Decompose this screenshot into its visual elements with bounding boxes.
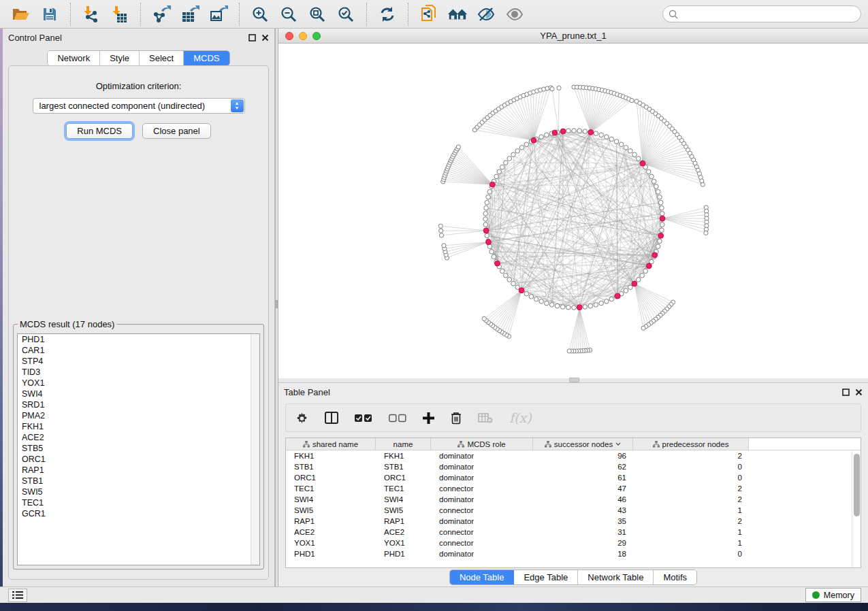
leaf-node[interactable]: [550, 87, 554, 91]
float-panel-icon[interactable]: [248, 34, 256, 42]
ring-node[interactable]: [594, 131, 598, 136]
ring-node[interactable]: [492, 254, 496, 259]
tab-style[interactable]: Style: [100, 51, 140, 65]
ring-node[interactable]: [485, 200, 489, 205]
mcds-node-stb5[interactable]: STB5: [18, 443, 259, 454]
leaf-node[interactable]: [456, 145, 460, 149]
table-row-yox1[interactable]: YOX1YOX1connector291: [286, 538, 861, 548]
mcds-node-pma2[interactable]: PMA2: [18, 410, 259, 421]
table-row-fkh1[interactable]: FKH1FKH1dominator962: [286, 450, 861, 461]
ring-node[interactable]: [485, 233, 489, 238]
close-panel-icon[interactable]: [855, 389, 863, 396]
ring-node[interactable]: [646, 169, 651, 174]
ring-node[interactable]: [583, 305, 588, 310]
open-folder-icon[interactable]: [11, 4, 31, 24]
mcds-node[interactable]: [577, 305, 582, 310]
table-row-phd1[interactable]: PHD1PHD1dominator180: [286, 548, 861, 559]
ring-node[interactable]: [545, 301, 549, 306]
ring-node[interactable]: [660, 228, 664, 233]
ring-node[interactable]: [658, 239, 662, 244]
ring-node[interactable]: [483, 222, 488, 227]
mcds-node-phd1[interactable]: PHD1: [18, 334, 259, 345]
tab-mcds[interactable]: MCDS: [184, 51, 229, 65]
ring-node[interactable]: [577, 129, 582, 133]
ring-node[interactable]: [524, 142, 529, 147]
ring-node[interactable]: [507, 278, 512, 282]
column-layout-icon[interactable]: [325, 412, 338, 424]
mcds-node[interactable]: [646, 263, 652, 269]
mcds-node-orc1[interactable]: ORC1: [18, 454, 259, 465]
ring-node[interactable]: [594, 303, 598, 308]
tab-motifs[interactable]: Motifs: [654, 570, 696, 584]
ring-node[interactable]: [515, 149, 520, 154]
ring-node[interactable]: [588, 303, 593, 308]
ring-node[interactable]: [660, 205, 664, 210]
mcds-node-stp4[interactable]: STP4: [18, 356, 259, 367]
ring-node[interactable]: [609, 137, 614, 142]
ring-node[interactable]: [636, 278, 641, 282]
column-header-shared-name[interactable]: shared name: [286, 438, 376, 450]
vertical-splitter-handle[interactable]: [276, 300, 278, 308]
table-row-stb1[interactable]: STB1STB1dominator620: [286, 461, 861, 472]
column-header-mcds-role[interactable]: MCDS role: [431, 438, 533, 450]
share-document-icon[interactable]: [419, 4, 439, 24]
ring-node[interactable]: [624, 146, 628, 150]
ring-node[interactable]: [583, 129, 588, 134]
table-scrollbar-thumb[interactable]: [854, 454, 860, 516]
ring-node[interactable]: [507, 156, 512, 161]
ring-node[interactable]: [572, 306, 577, 310]
ring-node[interactable]: [555, 303, 560, 308]
hide-visual-style-icon[interactable]: [476, 4, 496, 24]
ring-node[interactable]: [511, 152, 516, 157]
ring-node[interactable]: [628, 149, 633, 154]
close-panel-button[interactable]: Close panel: [142, 123, 211, 139]
zoom-fit-icon[interactable]: [307, 4, 327, 24]
ring-node[interactable]: [500, 269, 505, 274]
ring-node[interactable]: [511, 281, 516, 286]
ring-node[interactable]: [494, 174, 499, 179]
mcds-node-stb1[interactable]: STB1: [18, 476, 259, 486]
ring-node[interactable]: [605, 299, 609, 304]
ring-node[interactable]: [643, 269, 648, 274]
export-image-icon[interactable]: [208, 4, 229, 24]
ring-node[interactable]: [614, 139, 619, 144]
mcds-node[interactable]: [486, 240, 492, 245]
mcds-node[interactable]: [658, 233, 664, 238]
ring-node[interactable]: [524, 291, 529, 296]
ring-node[interactable]: [549, 303, 554, 308]
table-row-swi5[interactable]: SWI5SWI5connector431: [286, 505, 861, 516]
mcds-node-swi5[interactable]: SWI5: [18, 486, 259, 497]
mcds-node[interactable]: [489, 182, 495, 187]
ring-node[interactable]: [566, 305, 571, 310]
leaf-node[interactable]: [641, 326, 645, 330]
ring-node[interactable]: [484, 205, 489, 210]
select-all-rows-icon[interactable]: [355, 414, 372, 423]
table-row-rap1[interactable]: RAP1RAP1dominator352: [286, 516, 861, 527]
save-icon[interactable]: [39, 4, 60, 24]
tab-network-table[interactable]: Network Table: [578, 570, 654, 584]
mcds-node-swi4[interactable]: SWI4: [18, 389, 259, 399]
search-box[interactable]: [662, 5, 861, 22]
mcds-node[interactable]: [552, 130, 558, 135]
mcds-node[interactable]: [495, 261, 500, 266]
table-scrollbar[interactable]: [852, 451, 861, 567]
tab-edge-table[interactable]: Edge Table: [514, 570, 578, 584]
ring-node[interactable]: [609, 297, 614, 301]
leaf-node[interactable]: [439, 233, 443, 237]
ring-node[interactable]: [640, 274, 645, 278]
mcds-node[interactable]: [588, 129, 594, 135]
zoom-selected-icon[interactable]: [336, 4, 356, 24]
task-history-button[interactable]: [8, 589, 27, 602]
deselect-all-rows-icon[interactable]: [389, 414, 406, 423]
mcds-result-list[interactable]: PHD1CAR1STP4TID3YOX1SWI4SRD1PMA2FKH1ACE2…: [17, 333, 260, 565]
ring-node[interactable]: [619, 142, 624, 147]
table-row-orc1[interactable]: ORC1ORC1dominator610: [286, 472, 861, 483]
ring-node[interactable]: [649, 174, 654, 179]
run-mcds-button[interactable]: Run MCDS: [66, 123, 133, 139]
column-header-predecessor-nodes[interactable]: predecessor nodes: [633, 438, 749, 450]
mcds-node[interactable]: [640, 161, 645, 166]
mcds-node-tec1[interactable]: TEC1: [18, 497, 259, 508]
mcds-node-fkh1[interactable]: FKH1: [18, 421, 259, 432]
network-canvas[interactable]: [278, 44, 868, 378]
ring-node[interactable]: [497, 169, 502, 174]
